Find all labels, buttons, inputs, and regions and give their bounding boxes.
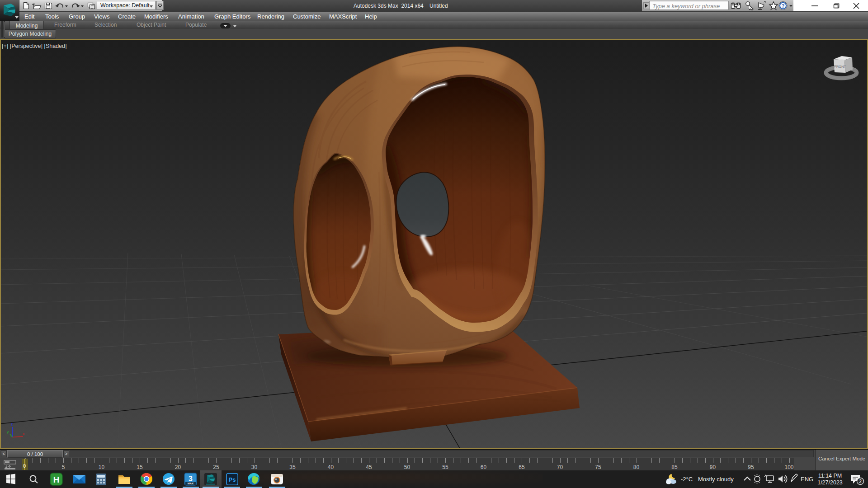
- svg-text:Ps: Ps: [229, 476, 236, 483]
- svg-text:?: ?: [782, 3, 785, 9]
- svg-text:H: H: [53, 475, 60, 484]
- svg-text:2: 2: [859, 479, 862, 484]
- svg-text:MAX: MAX: [188, 482, 193, 485]
- svg-text:3: 3: [189, 475, 193, 483]
